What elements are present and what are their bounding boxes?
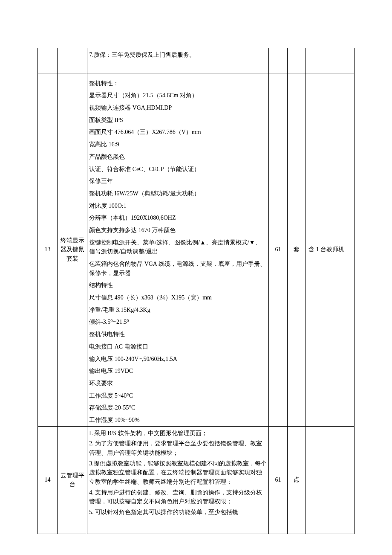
spec-line: 整机特性： xyxy=(89,79,267,88)
spec-line: 整机功耗 I6W/25W（典型功耗/最大功耗） xyxy=(89,189,267,198)
spec-line: 工作温度 5~40°C xyxy=(89,391,267,401)
spec-line: 显示器尺寸（对角）21.5（54.6Cm 对角） xyxy=(89,91,267,100)
spec-line: 7.质保：三年免费质保及上门售后服务。 xyxy=(89,50,267,60)
table-row: 13 终端显示 器及键鼠 套装 整机特性： 显示器尺寸（对角）21.5（54.6… xyxy=(38,73,355,426)
spec-line: 整机供电特性 xyxy=(89,330,267,339)
spec-table: 7.质保：三年免费质保及上门售后服务。 13 终端显示 器及键鼠 套装 整机特性… xyxy=(37,48,355,534)
table-row: 14 云管理平 台 L 采用 B/S 软件架构，中文图形化管理页面； 2. 为了… xyxy=(38,426,355,534)
table-row: 7.质保：三年免费质保及上门售后服务。 xyxy=(38,48,355,73)
cell-spec: 7.质保：三年免费质保及上门售后服务。 xyxy=(87,48,269,73)
cell-qty: 61 xyxy=(269,73,288,426)
name-line: 器及键鼠 xyxy=(61,246,84,253)
spec-line: 对比度 100O:1 xyxy=(89,201,267,211)
spec-line: 净重/毛重 3.15Kg/4.3Kg xyxy=(89,305,267,315)
spec-line: 视频输入连接器 VGA,HDMI.DP xyxy=(89,103,267,113)
cell-name: 终端显示 器及键鼠 套装 xyxy=(57,73,87,426)
spec-line: 输出电压 19VDC xyxy=(89,366,267,376)
document-page: 7.质保：三年免费质保及上门售后服务。 13 终端显示 器及键鼠 套装 整机特性… xyxy=(0,0,392,555)
cell-note xyxy=(306,48,355,73)
spec-line: 工作湿度 10%~90% xyxy=(89,416,267,425)
cell-name xyxy=(57,48,87,73)
name-line: 终端显示 xyxy=(61,237,84,244)
spec-line: 颜色支持支持多达 1670 万种颜色 xyxy=(89,226,267,235)
cell-unit: 点 xyxy=(287,426,306,534)
spec-line: 尺寸信息 490（长）x368（i⅛）X195（宽）mm xyxy=(89,293,267,302)
spec-line: 认证、符合标准 CeC、CECP（节能认证） xyxy=(89,165,267,174)
spec-line: 倾斜-3.5⁰~21.5⁰ xyxy=(89,317,267,327)
spec-line: 2. 为了方便管理和使用，要求管理平台至少要包括镜像管理、教室管理、用户管理等关… xyxy=(89,439,267,457)
spec-line: 按键控制电源开关、菜单/选择、图像比例/▲、亮度情景模式/▼、信号源切换/自动调… xyxy=(89,238,267,256)
spec-line: L 采用 B/S 软件架构，中文图形化管理页面； xyxy=(89,429,267,438)
spec-line: 输入电压 100-240V~,50/60Hz,1.5A xyxy=(89,355,267,364)
name-line: 台 xyxy=(69,481,75,488)
spec-line: 5. 可以针对角色指定其可以操作的功能菜单，至少包括镜 xyxy=(89,508,267,517)
spec-line: 分辨率（本机）1920X1080,6OHZ xyxy=(89,213,267,223)
cell-note: 含 1 台教师机 xyxy=(306,73,355,426)
cell-qty: 61 xyxy=(269,426,288,534)
spec-line: 3.提供虚拟教室功能，能够按照教室规模创建不同的虚拟教室，每个虚拟教室独立管理和… xyxy=(89,459,267,487)
spec-line: 产品颜色黑色 xyxy=(89,152,267,162)
cell-qty xyxy=(269,48,288,73)
name-line: 套装 xyxy=(66,256,78,262)
cell-note xyxy=(306,426,355,534)
spec-line: 存储温度-20-55°C xyxy=(89,403,267,413)
cell-spec: L 采用 B/S 软件架构，中文图形化管理页面； 2. 为了方便管理和使用，要求… xyxy=(87,426,269,534)
cell-index: 13 xyxy=(38,73,58,426)
cell-name: 云管理平 台 xyxy=(57,426,87,534)
spec-line: 面板类型 IPS xyxy=(89,116,267,125)
name-line: 云管理平 xyxy=(61,472,84,479)
spec-line: 环境要求 xyxy=(89,379,267,388)
spec-line: 宽高比 16:9 xyxy=(89,140,267,149)
cell-index xyxy=(38,48,58,73)
cell-index: 14 xyxy=(38,426,58,534)
spec-line: 结构特性 xyxy=(89,281,267,290)
spec-line: 4, 支持用户进行的创建、修改、查询、删除的操作，支持分级分权管理，可以按需自定… xyxy=(89,488,267,506)
spec-line: 包装箱内包含的物品 VGA 线缆，电源线，支架，底座，用户手册、保修卡，显示器 xyxy=(89,259,267,278)
spec-line: 画面尺寸 476.064（三）X267.786（V）mm xyxy=(89,128,267,137)
spec-line: 保修三年 xyxy=(89,177,267,186)
cell-unit xyxy=(287,48,306,73)
spec-line: 电源接口 AC 电源接口 xyxy=(89,342,267,352)
cell-unit: 套 xyxy=(287,73,306,426)
cell-spec: 整机特性： 显示器尺寸（对角）21.5（54.6Cm 对角） 视频输入连接器 V… xyxy=(87,73,269,426)
